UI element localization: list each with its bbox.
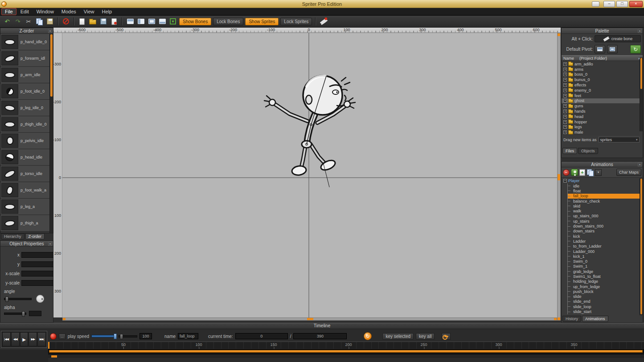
name-column-header[interactable]: Name <box>563 56 574 61</box>
z-order-scrollbar[interactable] <box>49 34 53 233</box>
folder-row[interactable]: +arm_adillo <box>562 61 640 67</box>
angle-slider[interactable] <box>4 298 32 300</box>
close-icon[interactable]: × <box>48 29 52 33</box>
expand-icon[interactable]: + <box>563 78 567 81</box>
duplicate-animation-icon[interactable] <box>587 169 594 176</box>
folder-row[interactable]: +boss_0 <box>562 72 640 77</box>
z-order-item[interactable]: p_forearm_idl <box>0 50 49 67</box>
folder-row-selected[interactable]: +ghost <box>562 98 640 104</box>
menu-file[interactable]: File <box>1 8 16 15</box>
record-button[interactable] <box>50 333 57 340</box>
menu-help[interactable]: Help <box>98 8 116 15</box>
tab-animations[interactable]: Animations <box>582 316 608 322</box>
animation-item[interactable]: slide <box>568 294 640 299</box>
scroll-right-arrow[interactable] <box>554 318 557 320</box>
expand-icon[interactable]: + <box>563 89 567 92</box>
canvas-vertical-scrollbar[interactable] <box>557 33 561 321</box>
expand-icon[interactable]: + <box>563 120 567 124</box>
animation-item[interactable]: up_from_ledge <box>568 284 640 289</box>
skip-to-end-button[interactable]: ▶▶| <box>37 332 46 346</box>
timeline-ruler[interactable]: 50 100 150 200 250 300 350 <box>48 342 644 349</box>
menu-modes[interactable]: Modes <box>58 8 80 15</box>
cut-icon[interactable]: ✂ <box>24 17 33 26</box>
animation-item[interactable]: kick_1 <box>568 254 640 259</box>
skip-to-start-button[interactable]: |◀◀ <box>2 332 11 346</box>
close-icon[interactable]: × <box>638 29 642 33</box>
folder-row[interactable]: +feet <box>562 93 640 98</box>
animation-item[interactable]: up_stairs <box>568 219 640 224</box>
animation-item[interactable]: down_stairs_000 <box>568 224 640 228</box>
copy-icon[interactable] <box>35 17 44 26</box>
more-options-button[interactable]: ... <box>59 334 66 339</box>
folder-row[interactable]: +enemy_0 <box>562 88 640 93</box>
animation-item[interactable]: down_stairs <box>568 229 640 234</box>
animation-item[interactable]: Swim1_to_float <box>568 274 640 279</box>
expand-icon[interactable]: + <box>563 130 567 134</box>
file-tree-header[interactable]: Name (Project Folder) ▲ <box>562 55 643 61</box>
tab-files[interactable]: Files <box>562 148 577 154</box>
fit-screen-icon[interactable] <box>168 17 177 26</box>
new-file-icon[interactable] <box>78 17 86 26</box>
paste-icon[interactable] <box>45 17 54 26</box>
animation-item[interactable]: grab_ledge <box>568 269 640 274</box>
show-bones-button[interactable]: Show Bones <box>179 18 211 25</box>
tab-z-order[interactable]: Z-order <box>25 233 45 240</box>
drag-items-dropdown[interactable]: sprites ▾ <box>599 137 640 142</box>
animation-item[interactable]: slide_start <box>568 309 640 314</box>
folder-row[interactable]: +bunus_0 <box>562 77 640 82</box>
pivot-mode-button-1[interactable] <box>595 45 605 53</box>
animations-scrollbar[interactable] <box>640 178 643 315</box>
expand-icon[interactable]: + <box>563 83 567 87</box>
pivot-mode-button-2[interactable] <box>607 45 618 53</box>
canvas-horizontal-scrollbar[interactable] <box>62 317 557 321</box>
play-speed-slider[interactable] <box>91 335 116 338</box>
z-order-item[interactable]: p_arm_idle <box>0 67 49 83</box>
delete-icon[interactable] <box>62 17 70 26</box>
alpha-value-box[interactable] <box>29 311 41 316</box>
z-order-item[interactable]: p_torso_idle <box>0 166 49 182</box>
menu-edit[interactable]: Edit <box>17 8 33 15</box>
folder-row[interactable]: +legs <box>562 125 640 130</box>
minimize-button[interactable]: – <box>603 1 615 7</box>
scroll-down-arrow[interactable] <box>558 317 560 320</box>
menu-window[interactable]: Window <box>33 8 57 15</box>
file-tree-scrollbar[interactable] <box>640 57 643 131</box>
scrollbar-thumb[interactable] <box>307 318 313 320</box>
scroll-up-arrow[interactable] <box>558 33 560 36</box>
playhead[interactable] <box>48 342 49 349</box>
folder-row[interactable]: +head <box>562 114 640 119</box>
expand-icon[interactable]: + <box>563 104 567 108</box>
scroll-left-arrow[interactable] <box>63 318 66 320</box>
new-animation-icon[interactable] <box>571 169 578 176</box>
folder-row[interactable]: +hopper <box>562 119 640 125</box>
animation-item[interactable]: slide_loop <box>568 304 640 309</box>
animation-item[interactable]: up_stairs_000 <box>568 214 640 219</box>
canvas-viewport[interactable] <box>62 33 557 317</box>
z-order-item[interactable]: p_pelvis_idle <box>0 133 49 149</box>
current-time-field[interactable] <box>235 333 288 339</box>
menu-view[interactable]: View <box>80 8 98 15</box>
key-selected-button[interactable]: key selected <box>382 333 414 340</box>
timeline-scrollbar[interactable] <box>48 349 644 354</box>
play-speed-value[interactable] <box>139 333 152 339</box>
total-time-field[interactable] <box>293 333 347 339</box>
animation-item[interactable]: idle <box>568 183 640 188</box>
undo-icon[interactable]: ↶ <box>3 17 12 26</box>
collapse-icon[interactable]: − <box>563 179 567 183</box>
z-order-item[interactable]: p_foot_walk_a <box>0 182 49 199</box>
play-button[interactable]: ▶ <box>20 332 29 346</box>
keyframe-marker[interactable] <box>51 355 57 358</box>
folder-row[interactable]: +effects <box>562 82 640 88</box>
tab-hierarchy[interactable]: Hierarchy <box>1 233 25 240</box>
scrollbar-thumb[interactable] <box>558 174 560 180</box>
angle-dial[interactable] <box>36 295 44 303</box>
zoom-slider[interactable] <box>119 335 137 338</box>
expand-icon[interactable]: + <box>563 62 567 66</box>
timeline-key-strip[interactable] <box>48 354 644 358</box>
animation-item[interactable]: walk <box>568 208 640 213</box>
view-frame-icon[interactable] <box>147 17 156 26</box>
animation-item[interactable]: skid <box>568 203 640 208</box>
loop-playback-button[interactable]: ↻ <box>364 332 372 340</box>
tab-history[interactable]: History <box>562 316 581 322</box>
expand-icon[interactable]: + <box>563 73 567 76</box>
